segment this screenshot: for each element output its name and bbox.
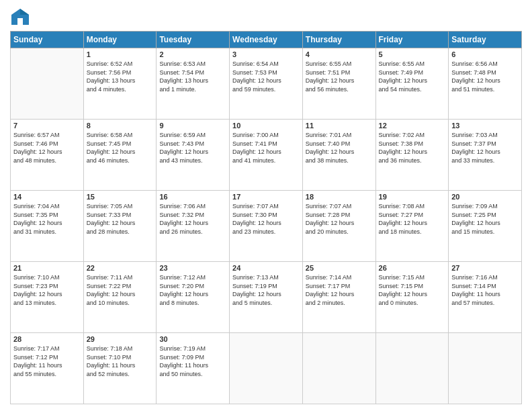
day-cell: 19Sunrise: 7:08 AM Sunset: 7:27 PM Dayli… xyxy=(375,191,449,262)
day-info: Sunrise: 7:10 AM Sunset: 7:23 PM Dayligh… xyxy=(13,273,81,307)
day-cell: 8Sunrise: 6:58 AM Sunset: 7:45 PM Daylig… xyxy=(83,120,157,191)
day-cell: 9Sunrise: 6:59 AM Sunset: 7:43 PM Daylig… xyxy=(157,120,230,191)
weekday-sunday: Sunday xyxy=(11,32,84,48)
day-info: Sunrise: 7:07 AM Sunset: 7:30 PM Dayligh… xyxy=(232,202,300,236)
day-info: Sunrise: 7:17 AM Sunset: 7:12 PM Dayligh… xyxy=(13,345,81,378)
week-row-2: 14Sunrise: 7:04 AM Sunset: 7:35 PM Dayli… xyxy=(11,191,522,262)
week-row-4: 28Sunrise: 7:17 AM Sunset: 7:12 PM Dayli… xyxy=(11,333,522,404)
day-cell: 5Sunrise: 6:55 AM Sunset: 7:49 PM Daylig… xyxy=(375,48,449,120)
day-number: 11 xyxy=(306,122,373,130)
day-info: Sunrise: 7:19 AM Sunset: 7:09 PM Dayligh… xyxy=(159,345,226,378)
day-info: Sunrise: 7:15 AM Sunset: 7:15 PM Dayligh… xyxy=(379,273,446,307)
day-cell xyxy=(230,333,303,404)
day-number: 22 xyxy=(87,264,154,272)
day-cell: 28Sunrise: 7:17 AM Sunset: 7:12 PM Dayli… xyxy=(11,333,84,404)
logo-icon xyxy=(10,7,30,27)
day-info: Sunrise: 6:52 AM Sunset: 7:56 PM Dayligh… xyxy=(87,60,154,93)
day-info: Sunrise: 7:01 AM Sunset: 7:40 PM Dayligh… xyxy=(306,131,373,165)
weekday-friday: Friday xyxy=(375,32,449,48)
day-number: 9 xyxy=(159,122,226,130)
day-cell: 4Sunrise: 6:55 AM Sunset: 7:51 PM Daylig… xyxy=(302,48,375,120)
day-number: 26 xyxy=(379,264,446,272)
day-cell: 22Sunrise: 7:11 AM Sunset: 7:22 PM Dayli… xyxy=(83,262,157,333)
logo xyxy=(10,7,33,27)
day-cell: 13Sunrise: 7:03 AM Sunset: 7:37 PM Dayli… xyxy=(449,120,522,191)
day-cell: 7Sunrise: 6:57 AM Sunset: 7:46 PM Daylig… xyxy=(11,120,84,191)
day-info: Sunrise: 6:54 AM Sunset: 7:53 PM Dayligh… xyxy=(232,60,300,93)
day-number: 25 xyxy=(306,264,373,272)
day-number: 8 xyxy=(87,122,154,130)
day-info: Sunrise: 7:00 AM Sunset: 7:41 PM Dayligh… xyxy=(232,131,300,165)
day-cell: 6Sunrise: 6:56 AM Sunset: 7:48 PM Daylig… xyxy=(449,48,522,120)
day-cell: 12Sunrise: 7:02 AM Sunset: 7:38 PM Dayli… xyxy=(375,120,449,191)
day-cell: 21Sunrise: 7:10 AM Sunset: 7:23 PM Dayli… xyxy=(11,262,84,333)
weekday-header-row: SundayMondayTuesdayWednesdayThursdayFrid… xyxy=(11,32,522,48)
day-cell: 10Sunrise: 7:00 AM Sunset: 7:41 PM Dayli… xyxy=(230,120,303,191)
day-number: 10 xyxy=(232,122,300,130)
day-info: Sunrise: 7:02 AM Sunset: 7:38 PM Dayligh… xyxy=(379,131,446,165)
svg-rect-2 xyxy=(17,18,23,25)
day-cell: 30Sunrise: 7:19 AM Sunset: 7:09 PM Dayli… xyxy=(157,333,230,404)
day-info: Sunrise: 7:09 AM Sunset: 7:25 PM Dayligh… xyxy=(451,202,519,236)
day-cell: 24Sunrise: 7:13 AM Sunset: 7:19 PM Dayli… xyxy=(230,262,303,333)
day-info: Sunrise: 6:55 AM Sunset: 7:51 PM Dayligh… xyxy=(306,60,373,93)
day-info: Sunrise: 7:06 AM Sunset: 7:32 PM Dayligh… xyxy=(159,202,226,236)
day-info: Sunrise: 6:58 AM Sunset: 7:45 PM Dayligh… xyxy=(87,131,154,165)
day-info: Sunrise: 7:03 AM Sunset: 7:37 PM Dayligh… xyxy=(451,131,519,165)
day-number: 28 xyxy=(13,335,81,343)
day-number: 16 xyxy=(159,193,226,201)
day-cell: 16Sunrise: 7:06 AM Sunset: 7:32 PM Dayli… xyxy=(157,191,230,262)
day-info: Sunrise: 6:59 AM Sunset: 7:43 PM Dayligh… xyxy=(159,131,226,165)
weekday-saturday: Saturday xyxy=(449,32,522,48)
day-number: 20 xyxy=(451,193,519,201)
weekday-monday: Monday xyxy=(83,32,157,48)
day-number: 15 xyxy=(87,193,154,201)
day-cell: 1Sunrise: 6:52 AM Sunset: 7:56 PM Daylig… xyxy=(83,48,157,120)
header xyxy=(10,7,522,27)
day-info: Sunrise: 7:07 AM Sunset: 7:28 PM Dayligh… xyxy=(306,202,373,236)
day-number: 14 xyxy=(13,193,81,201)
day-cell: 20Sunrise: 7:09 AM Sunset: 7:25 PM Dayli… xyxy=(449,191,522,262)
day-number: 21 xyxy=(13,264,81,272)
day-info: Sunrise: 7:14 AM Sunset: 7:17 PM Dayligh… xyxy=(306,273,373,307)
day-cell: 26Sunrise: 7:15 AM Sunset: 7:15 PM Dayli… xyxy=(375,262,449,333)
day-cell xyxy=(11,48,84,120)
day-number: 17 xyxy=(232,193,300,201)
day-cell: 3Sunrise: 6:54 AM Sunset: 7:53 PM Daylig… xyxy=(230,48,303,120)
day-info: Sunrise: 7:13 AM Sunset: 7:19 PM Dayligh… xyxy=(232,273,300,307)
day-cell: 27Sunrise: 7:16 AM Sunset: 7:14 PM Dayli… xyxy=(449,262,522,333)
weekday-thursday: Thursday xyxy=(302,32,375,48)
day-number: 27 xyxy=(451,264,519,272)
day-cell: 14Sunrise: 7:04 AM Sunset: 7:35 PM Dayli… xyxy=(11,191,84,262)
day-info: Sunrise: 7:05 AM Sunset: 7:33 PM Dayligh… xyxy=(87,202,154,236)
day-number: 4 xyxy=(306,50,373,58)
day-info: Sunrise: 7:16 AM Sunset: 7:14 PM Dayligh… xyxy=(451,273,519,307)
day-number: 7 xyxy=(13,122,81,130)
day-cell: 15Sunrise: 7:05 AM Sunset: 7:33 PM Dayli… xyxy=(83,191,157,262)
page: SundayMondayTuesdayWednesdayThursdayFrid… xyxy=(0,0,532,411)
day-info: Sunrise: 6:55 AM Sunset: 7:49 PM Dayligh… xyxy=(379,60,446,93)
day-info: Sunrise: 6:56 AM Sunset: 7:48 PM Dayligh… xyxy=(451,60,519,93)
day-number: 13 xyxy=(451,122,519,130)
day-cell: 25Sunrise: 7:14 AM Sunset: 7:17 PM Dayli… xyxy=(302,262,375,333)
day-info: Sunrise: 7:12 AM Sunset: 7:20 PM Dayligh… xyxy=(159,273,226,307)
day-number: 23 xyxy=(159,264,226,272)
calendar-table: SundayMondayTuesdayWednesdayThursdayFrid… xyxy=(10,31,522,404)
day-number: 5 xyxy=(379,50,446,58)
day-number: 24 xyxy=(232,264,300,272)
day-cell: 11Sunrise: 7:01 AM Sunset: 7:40 PM Dayli… xyxy=(302,120,375,191)
day-cell: 18Sunrise: 7:07 AM Sunset: 7:28 PM Dayli… xyxy=(302,191,375,262)
day-cell: 2Sunrise: 6:53 AM Sunset: 7:54 PM Daylig… xyxy=(157,48,230,120)
day-info: Sunrise: 7:08 AM Sunset: 7:27 PM Dayligh… xyxy=(379,202,446,236)
day-number: 2 xyxy=(159,50,226,58)
day-cell: 29Sunrise: 7:18 AM Sunset: 7:10 PM Dayli… xyxy=(83,333,157,404)
day-number: 1 xyxy=(87,50,154,58)
week-row-3: 21Sunrise: 7:10 AM Sunset: 7:23 PM Dayli… xyxy=(11,262,522,333)
day-cell xyxy=(302,333,375,404)
day-info: Sunrise: 6:57 AM Sunset: 7:46 PM Dayligh… xyxy=(13,131,81,165)
day-number: 12 xyxy=(379,122,446,130)
weekday-wednesday: Wednesday xyxy=(230,32,303,48)
day-number: 29 xyxy=(87,335,154,343)
day-number: 3 xyxy=(232,50,300,58)
day-number: 6 xyxy=(451,50,519,58)
